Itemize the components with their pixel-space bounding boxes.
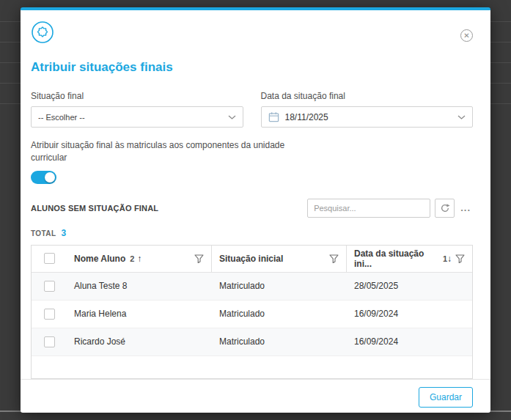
cell-nome: Aluna Teste 8 [67, 281, 212, 291]
section-title: ALUNOS SEM SITUAÇÃO FINAL [31, 204, 307, 213]
refresh-icon [440, 203, 450, 213]
cell-situacao: Matriculado [212, 281, 347, 291]
column-header-situacao-inicial[interactable]: Situação inicial [212, 246, 347, 272]
chevron-down-icon [457, 115, 466, 119]
select-all-header [32, 246, 67, 272]
column-header-nome-aluno[interactable]: Nome Aluno 2 ↑ [67, 246, 212, 272]
modal-footer: Guardar [21, 379, 490, 415]
cell-data: 16/09/2024 [347, 336, 472, 347]
cell-nome: Ricardo José [67, 336, 212, 347]
refresh-button[interactable] [435, 199, 455, 218]
sort-asc-icon: ↑ [137, 254, 141, 264]
toggle-knob [45, 172, 55, 183]
calendar-icon [268, 111, 279, 122]
table-empty-space [32, 356, 472, 378]
column-label: Situação inicial [219, 254, 283, 264]
data-situacao-label: Data da situação final [261, 91, 474, 101]
table-row: Ricardo José Matriculado 16/09/2024 [32, 328, 472, 356]
row-checkbox[interactable] [44, 281, 55, 292]
cell-situacao: Matriculado [212, 309, 347, 319]
column-header-data-situacao[interactable]: Data da situação ini... 1 ↓ [347, 246, 472, 272]
selected-option: -- Escolher -- [38, 113, 228, 122]
table-row: Aluna Teste 8 Matriculado 28/05/2025 [32, 273, 472, 301]
row-checkbox[interactable] [44, 336, 55, 347]
cell-nome: Maria Helena [67, 309, 212, 319]
table-row: Maria Helena Matriculado 16/09/2024 [32, 301, 472, 328]
more-options-button[interactable]: ... [458, 202, 473, 213]
total-count: 3 [61, 228, 66, 238]
assign-final-status-modal: ✕ Atribuir situações finais Situação fin… [21, 7, 490, 413]
filter-icon[interactable] [329, 254, 339, 263]
cell-data: 28/05/2025 [347, 281, 472, 291]
cell-data: 16/09/2024 [347, 309, 472, 319]
search-input[interactable] [307, 199, 430, 218]
chevron-down-icon [228, 115, 236, 119]
cell-situacao: Matriculado [212, 336, 347, 347]
row-checkbox-cell [32, 336, 67, 347]
table-header-row: Nome Aluno 2 ↑ Situação inicial Data da … [32, 246, 472, 273]
situacao-final-label: Situação final [31, 91, 243, 101]
filter-icon[interactable] [194, 254, 204, 263]
students-table: Nome Aluno 2 ↑ Situação inicial Data da … [31, 245, 473, 379]
components-toggle[interactable] [31, 171, 56, 184]
total-label: TOTAL [31, 229, 56, 237]
select-all-checkbox[interactable] [44, 253, 55, 264]
award-badge-icon [31, 21, 54, 44]
table-body: Aluna Teste 8 Matriculado 28/05/2025 Mar… [32, 273, 472, 356]
close-icon: ✕ [463, 32, 469, 40]
filter-icon[interactable] [455, 254, 465, 263]
date-picker[interactable] [261, 106, 474, 128]
sort-desc-icon: ↓ [447, 254, 452, 264]
toggle-label: Atribuir situação final às matriculas ao… [31, 139, 286, 164]
sort-order-badge: 2 [130, 254, 134, 263]
row-checkbox-cell [32, 309, 67, 320]
save-button[interactable]: Guardar [419, 387, 473, 408]
modal-title: Atribuir situações finais [31, 60, 473, 75]
column-label: Data da situação ini... [354, 248, 438, 269]
date-input[interactable] [285, 112, 458, 122]
column-label: Nome Aluno [74, 254, 125, 264]
situacao-final-select[interactable]: -- Escolher -- [31, 106, 243, 128]
row-checkbox[interactable] [44, 309, 55, 320]
close-button[interactable]: ✕ [460, 29, 473, 42]
row-checkbox-cell [32, 281, 67, 292]
